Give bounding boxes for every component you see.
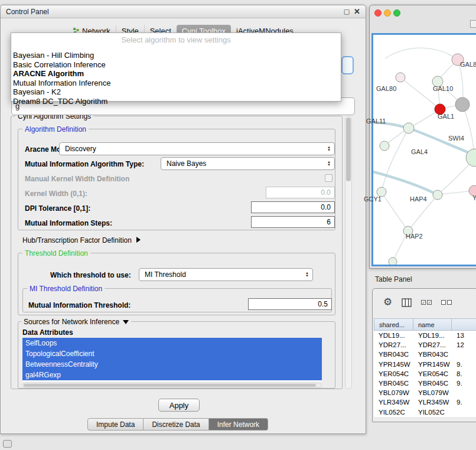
control-panel-titlebar[interactable]: Control Panel ▢ ✕ xyxy=(1,5,366,18)
table-row[interactable]: YDR27...YDR27...12 xyxy=(374,340,476,350)
table-header: shared... name xyxy=(374,318,476,331)
hub-expander[interactable]: Hub/Transcription Factor Definition xyxy=(22,236,141,244)
algorithm-placeholder: Select algorithm to view settings xyxy=(11,33,341,51)
node-label: GCY1 xyxy=(364,195,382,203)
attribute-item-selected[interactable]: TopologicalCoefficient xyxy=(22,348,322,359)
tab-impute-data[interactable]: Impute Data xyxy=(87,418,144,431)
aracne-mode-value: Discovery xyxy=(65,145,96,153)
mi-threshold-label: Mutual Information Threshold: xyxy=(28,301,131,309)
chevron-right-icon xyxy=(136,237,141,243)
kernel-width-field[interactable]: 0.0 xyxy=(266,187,335,198)
attribute-item-selected[interactable]: gal4RGexp xyxy=(22,370,322,380)
apply-button[interactable]: Apply xyxy=(158,399,200,412)
table-cell xyxy=(452,388,476,397)
table-row[interactable]: YBR043CYBR043C xyxy=(374,350,476,359)
table-cell: YLR345W xyxy=(413,397,452,407)
table-cell: YDR27... xyxy=(413,340,452,350)
data-attributes-list: SelfLoops TopologicalCoefficient Between… xyxy=(22,338,322,381)
table-cell: 13 xyxy=(452,331,476,340)
node-label: GAL1 xyxy=(438,113,454,120)
table-cell: YBL079W xyxy=(374,388,413,397)
mi-steps-field[interactable]: 6 xyxy=(251,216,335,228)
network-node[interactable] xyxy=(389,257,397,265)
algorithm-definition-title: Algorithm Definition xyxy=(22,125,89,133)
sources-title: Sources for Network Inference xyxy=(24,318,119,326)
tab-infer-network[interactable]: Infer Network xyxy=(209,418,268,431)
bottom-tab-bar: Impute Data Discretize Data Infer Networ… xyxy=(87,418,268,431)
network-node[interactable] xyxy=(396,73,405,82)
tab-discretize-data[interactable]: Discretize Data xyxy=(144,418,208,431)
combo-arrows-icon: ▲▼ xyxy=(324,161,334,167)
close-icon[interactable]: ✕ xyxy=(354,7,360,16)
mi-type-value: Naive Bayes xyxy=(167,159,206,168)
table-cell xyxy=(452,407,476,417)
column-header[interactable]: name xyxy=(413,318,452,331)
deselect-all-checks-icon[interactable] xyxy=(441,300,452,305)
which-threshold-value: MI Threshold xyxy=(145,270,186,279)
which-threshold-combo[interactable]: MI Threshold ▲▼ xyxy=(139,268,313,281)
column-header[interactable]: shared... xyxy=(374,318,413,331)
table-row[interactable]: YBL079WYBL079W xyxy=(374,388,476,397)
minimize-button[interactable] xyxy=(384,9,391,17)
table-row[interactable]: YLR345WYLR345W9. xyxy=(374,397,476,407)
node-label: GAL80 xyxy=(376,85,396,92)
table-cell: YLR345W xyxy=(374,397,413,407)
zoom-button[interactable] xyxy=(393,9,400,17)
algorithm-option-selected[interactable]: ARACNE Algorithm xyxy=(11,69,341,79)
algorithm-option[interactable]: Dream8 DC_TDC Algorithm xyxy=(11,97,341,106)
chevron-down-icon xyxy=(123,320,129,324)
collapsed-panel-icon[interactable] xyxy=(3,440,12,448)
attribute-item-selected[interactable]: SelfLoops xyxy=(22,338,322,348)
table-row[interactable]: YPR145WYPR145W9. xyxy=(374,360,476,369)
table-row[interactable]: YBR045CYBR045C9. xyxy=(374,379,476,388)
manual-kernel-label: Manual Kernel Width Definition xyxy=(25,175,129,183)
focused-control-fragment[interactable] xyxy=(341,56,354,74)
attributes-hscrollbar-thumb[interactable] xyxy=(24,384,316,387)
network-node[interactable] xyxy=(455,97,470,112)
dpi-tolerance-label: DPI Tolerance [0,1]: xyxy=(25,204,90,213)
select-all-checks-icon[interactable]: ✓✓ xyxy=(421,300,432,305)
table-cell: YIL052C xyxy=(413,407,452,417)
attribute-item-selected[interactable]: BetweennessCentrality xyxy=(22,359,322,370)
mi-threshold-field[interactable]: 0.5 xyxy=(248,298,332,310)
manual-kernel-checkbox[interactable] xyxy=(325,174,332,182)
algorithm-option[interactable]: Bayesian - K2 xyxy=(11,87,341,97)
algorithm-option[interactable]: Bayesian - Hill Climbing xyxy=(11,51,341,60)
mi-threshold-value: 0.5 xyxy=(318,300,328,308)
kernel-width-label: Kernel Width (0,1): xyxy=(25,190,87,198)
sources-expander[interactable]: Sources for Network Inference xyxy=(21,318,131,326)
network-node[interactable] xyxy=(403,123,414,133)
network-tool-button[interactable] xyxy=(470,20,476,28)
node-table: shared... name YDL19...YDL19...13 YDR27.… xyxy=(374,318,476,417)
mi-steps-label: Mutual Information Steps: xyxy=(25,219,112,227)
mi-type-label: Mutual Information Algorithm Type: xyxy=(25,160,144,168)
table-row[interactable]: YIL052CYIL052C xyxy=(374,407,476,417)
gear-icon[interactable]: ⚙ xyxy=(383,298,392,307)
table-cell: YER054C xyxy=(374,369,413,379)
algorithm-option[interactable]: Basic Correlation Inference xyxy=(11,60,341,70)
desktop: Control Panel ▢ ✕ Network Style Select C… xyxy=(0,0,476,450)
column-header[interactable] xyxy=(452,318,476,331)
network-node[interactable] xyxy=(380,141,389,151)
table-cell: YPR145W xyxy=(374,360,413,369)
close-button[interactable] xyxy=(374,9,382,17)
table-row[interactable]: YDL19...YDL19...13 xyxy=(374,331,476,340)
table-cell: YBR045C xyxy=(413,379,452,388)
table-cell: YBR043C xyxy=(374,350,413,359)
attributes-hscrollbar[interactable] xyxy=(22,383,322,388)
algorithm-option[interactable]: Mutual Information Inference xyxy=(11,79,341,88)
mi-type-combo[interactable]: Naive Bayes ▲▼ xyxy=(161,157,335,170)
settings-scrollbar[interactable] xyxy=(345,116,352,389)
network-node[interactable] xyxy=(433,190,442,200)
dpi-tolerance-field[interactable]: 0.0 xyxy=(251,201,335,213)
settings-scrollbar-thumb[interactable] xyxy=(346,118,351,181)
float-window-icon[interactable]: ▢ xyxy=(344,8,350,15)
table-cell: YBR045C xyxy=(374,379,413,388)
table-row[interactable]: YER054CYER054C8. xyxy=(374,369,476,379)
aracne-mode-combo[interactable]: Discovery ▲▼ xyxy=(59,142,335,155)
table-cell: 8. xyxy=(452,369,476,379)
node-label: GAL4 xyxy=(411,148,428,155)
table-panel-window: ⚙ ✓✓ shared... name YDL19...YDL19...13 Y… xyxy=(372,288,476,422)
threshold-definition-title: Threshold Definition xyxy=(22,249,90,257)
columns-icon[interactable] xyxy=(402,298,412,307)
